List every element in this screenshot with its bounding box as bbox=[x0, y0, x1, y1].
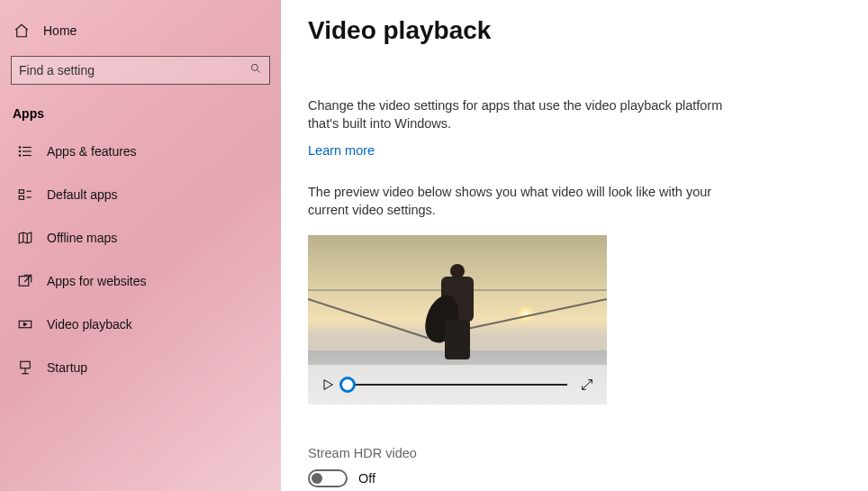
toggle-knob bbox=[312, 473, 322, 484]
learn-more-link[interactable]: Learn more bbox=[308, 143, 375, 158]
preview-description: The preview video below shows you what v… bbox=[308, 184, 731, 219]
sidebar-item-label: Video playback bbox=[47, 317, 132, 332]
video-controls bbox=[308, 365, 607, 405]
video-seek-thumb[interactable] bbox=[339, 377, 356, 393]
svg-point-6 bbox=[19, 150, 21, 152]
sidebar-item-label: Apps for websites bbox=[47, 274, 147, 288]
home-icon bbox=[13, 23, 31, 39]
sidebar-item-video-playback[interactable]: Video playback bbox=[0, 303, 281, 346]
list-icon bbox=[16, 143, 34, 159]
svg-marker-12 bbox=[19, 232, 32, 243]
svg-line-1 bbox=[257, 69, 259, 72]
video-seek-track[interactable] bbox=[348, 384, 567, 386]
home-label: Home bbox=[43, 23, 77, 38]
page-title: Video playback bbox=[308, 16, 841, 45]
sidebar-item-apps-features[interactable]: Apps & features bbox=[0, 130, 281, 173]
svg-marker-18 bbox=[24, 323, 27, 326]
svg-line-23 bbox=[583, 380, 592, 390]
svg-rect-15 bbox=[19, 277, 29, 286]
sidebar-item-default-apps[interactable]: Default apps bbox=[0, 173, 281, 216]
sidebar-item-label: Default apps bbox=[47, 187, 118, 202]
defaults-icon bbox=[16, 186, 34, 203]
sidebar-item-label: Startup bbox=[47, 360, 87, 375]
svg-rect-19 bbox=[21, 361, 31, 368]
video-icon bbox=[16, 316, 34, 332]
fullscreen-button[interactable] bbox=[580, 377, 594, 392]
sidebar-item-apps-for-websites[interactable]: Apps for websites bbox=[0, 259, 281, 303]
startup-icon bbox=[16, 359, 34, 376]
svg-point-5 bbox=[19, 147, 21, 149]
open-icon bbox=[16, 273, 34, 289]
svg-rect-8 bbox=[19, 190, 23, 194]
hdr-toggle[interactable] bbox=[308, 469, 348, 487]
sidebar-item-startup[interactable]: Startup bbox=[0, 346, 281, 389]
search-input[interactable] bbox=[19, 63, 249, 77]
page-description: Change the video settings for apps that … bbox=[308, 97, 731, 132]
hdr-section-label: Stream HDR video bbox=[308, 446, 841, 460]
svg-marker-22 bbox=[324, 380, 332, 390]
main-content: Video playback Change the video settings… bbox=[281, 0, 868, 491]
home-button[interactable]: Home bbox=[0, 13, 281, 49]
sidebar-item-label: Apps & features bbox=[47, 144, 137, 159]
svg-point-7 bbox=[19, 155, 21, 157]
svg-point-0 bbox=[251, 64, 258, 70]
play-button[interactable] bbox=[321, 377, 335, 392]
search-input-container[interactable] bbox=[11, 56, 270, 85]
video-preview[interactable] bbox=[308, 235, 607, 405]
svg-rect-9 bbox=[19, 196, 23, 200]
sidebar: Home Apps Apps & features bbox=[0, 0, 281, 491]
search-icon bbox=[249, 62, 262, 78]
sidebar-section-title: Apps bbox=[0, 94, 281, 130]
sidebar-item-label: Offline maps bbox=[47, 231, 117, 245]
hdr-toggle-state: Off bbox=[358, 471, 375, 486]
sidebar-item-offline-maps[interactable]: Offline maps bbox=[0, 216, 281, 259]
map-icon bbox=[16, 230, 34, 246]
